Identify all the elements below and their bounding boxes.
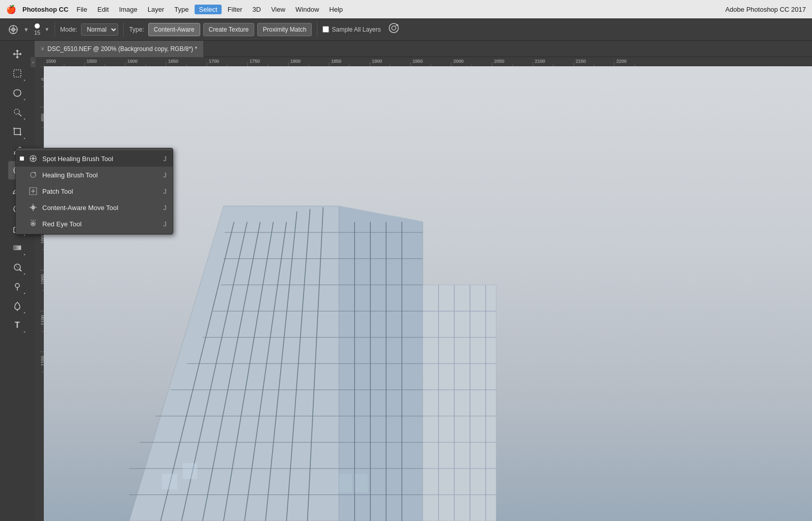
- menu-window[interactable]: Window: [291, 5, 323, 14]
- svg-point-7: [14, 109, 19, 114]
- svg-text:1150: 1150: [40, 356, 44, 366]
- svg-text:1550: 1550: [87, 59, 97, 64]
- tab-title: DSC_6510.NEF @ 200% (Background copy, RG…: [47, 45, 197, 53]
- ruler-left: 0 850 900 950 1000 1050 1100 1150: [35, 66, 44, 521]
- menu-help[interactable]: Help: [325, 5, 347, 14]
- svg-text:2000: 2000: [453, 59, 464, 64]
- svg-text:1600: 1600: [127, 59, 138, 64]
- type-content-aware-button[interactable]: Content-Aware: [148, 23, 200, 36]
- panel-collapse-handle[interactable]: »: [31, 57, 36, 67]
- svg-point-5: [392, 26, 396, 30]
- type-create-texture-button[interactable]: Create Texture: [203, 23, 255, 36]
- marquee-tool-button[interactable]: ▸: [8, 64, 26, 83]
- menu-bar: 🍎 Photoshop CC File Edit Image Layer Typ…: [0, 0, 812, 18]
- apple-logo-icon: 🍎: [6, 5, 16, 14]
- red-eye-tool-icon: [28, 219, 38, 229]
- quick-selection-tool-arrow-icon: ▸: [24, 117, 25, 120]
- brush-size-chevron-icon[interactable]: ▼: [44, 27, 49, 32]
- calibrate-icon[interactable]: [388, 22, 399, 36]
- svg-text:850: 850: [40, 114, 44, 121]
- spot-healing-brush-shortcut: J: [164, 155, 167, 163]
- svg-text:1750: 1750: [250, 59, 260, 64]
- tab-close-icon[interactable]: ×: [41, 45, 44, 53]
- svg-text:1900: 1900: [372, 59, 382, 64]
- tool-preset-picker[interactable]: [4, 20, 22, 39]
- toolbar-divider-2: [123, 22, 124, 37]
- menu-filter[interactable]: Filter: [224, 5, 247, 14]
- svg-text:2200: 2200: [616, 59, 627, 64]
- type-tool-arrow-icon: ▸: [24, 330, 25, 333]
- content-aware-move-label: Content-Aware Move Tool: [42, 204, 159, 212]
- content-aware-move-shortcut: J: [164, 204, 167, 212]
- canvas-area[interactable]: [44, 66, 812, 521]
- gradient-tool-arrow-icon: ▸: [24, 252, 25, 256]
- svg-rect-131: [355, 474, 368, 492]
- marquee-tool-arrow-icon: ▸: [24, 78, 25, 82]
- dodge-tool-button[interactable]: ▸: [8, 277, 26, 296]
- context-menu-patch-tool[interactable]: Patch Tool J: [16, 183, 173, 199]
- ruler-corner: [35, 57, 44, 66]
- sample-all-layers-container[interactable]: Sample All Layers: [322, 26, 381, 33]
- blur-tool-button[interactable]: ▸: [8, 258, 26, 276]
- gradient-tool-button[interactable]: ▸: [8, 239, 26, 257]
- svg-line-19: [16, 266, 19, 269]
- svg-line-8: [19, 114, 21, 116]
- sample-all-layers-checkbox[interactable]: [322, 26, 329, 33]
- menu-type[interactable]: Type: [170, 5, 193, 14]
- document-tab[interactable]: × DSC_6510.NEF @ 200% (Background copy, …: [35, 41, 204, 57]
- toolbar-divider-1: [55, 22, 55, 37]
- patch-tool-shortcut: J: [164, 188, 167, 195]
- tab-bar: × DSC_6510.NEF @ 200% (Background copy, …: [35, 41, 812, 57]
- red-eye-tool-shortcut: J: [164, 220, 167, 228]
- crop-tool-button[interactable]: ▸: [8, 122, 26, 141]
- healing-brush-label: Healing Brush Tool: [42, 171, 159, 179]
- menu-select[interactable]: Select: [195, 5, 221, 14]
- type-label: Type:: [129, 26, 144, 33]
- type-tool-button[interactable]: T ▸: [8, 316, 26, 334]
- toolbar-divider-3: [317, 22, 317, 37]
- lasso-tool-button[interactable]: ▸: [8, 84, 26, 102]
- svg-text:1800: 1800: [290, 59, 301, 64]
- svg-text:2050: 2050: [494, 59, 504, 64]
- tool-preset-chevron-icon[interactable]: ▼: [23, 27, 29, 33]
- pen-tool-arrow-icon: ▸: [24, 310, 25, 314]
- lasso-tool-arrow-icon: ▸: [24, 97, 25, 101]
- menu-image[interactable]: Image: [115, 5, 142, 14]
- sample-all-layers-label: Sample All Layers: [332, 26, 381, 33]
- menu-view[interactable]: View: [267, 5, 289, 14]
- content-aware-move-icon: [28, 202, 38, 213]
- ruler-top: 1500 1550 1600 1650 1700 1750 1800 1850 …: [35, 57, 812, 66]
- brush-size-value: 15: [34, 30, 40, 36]
- patch-tool-label: Patch Tool: [42, 188, 159, 195]
- brush-size-dot: [35, 23, 40, 29]
- svg-text:1650: 1650: [168, 59, 178, 64]
- menu-3d[interactable]: 3D: [249, 5, 265, 14]
- svg-rect-128: [161, 474, 177, 489]
- options-bar: ▼ 15 ▼ Mode: Normal Type: Content-Aware …: [0, 18, 812, 41]
- svg-text:0: 0: [40, 78, 44, 81]
- menu-layer[interactable]: Layer: [144, 5, 169, 14]
- svg-rect-16: [14, 246, 21, 250]
- type-proximity-match-button[interactable]: Proximity Match: [257, 23, 312, 36]
- move-tool-button[interactable]: [8, 45, 26, 63]
- svg-line-18: [19, 269, 21, 271]
- svg-text:2100: 2100: [535, 59, 545, 64]
- context-menu-healing-brush[interactable]: Healing Brush Tool J: [16, 167, 173, 183]
- brush-size-picker[interactable]: 15: [34, 23, 40, 36]
- quick-selection-tool-button[interactable]: ▸: [8, 103, 26, 121]
- svg-text:1700: 1700: [209, 59, 219, 64]
- svg-text:1950: 1950: [413, 59, 423, 64]
- pen-tool-button[interactable]: ▸: [8, 297, 26, 315]
- svg-text:1000: 1000: [40, 233, 44, 244]
- mode-select[interactable]: Normal: [81, 23, 118, 36]
- menu-edit[interactable]: Edit: [93, 5, 113, 14]
- svg-rect-6: [14, 70, 21, 77]
- context-menu-content-aware-move[interactable]: Content-Aware Move Tool J: [16, 199, 173, 216]
- svg-rect-134: [423, 285, 496, 521]
- menu-file[interactable]: File: [72, 5, 91, 14]
- svg-rect-129: [183, 463, 198, 479]
- context-menu-red-eye-tool[interactable]: Red Eye Tool J: [16, 216, 173, 232]
- app-name: Photoshop CC: [22, 6, 68, 13]
- context-menu-spot-healing-brush[interactable]: Spot Healing Brush Tool J: [16, 150, 173, 167]
- svg-point-20: [15, 283, 19, 288]
